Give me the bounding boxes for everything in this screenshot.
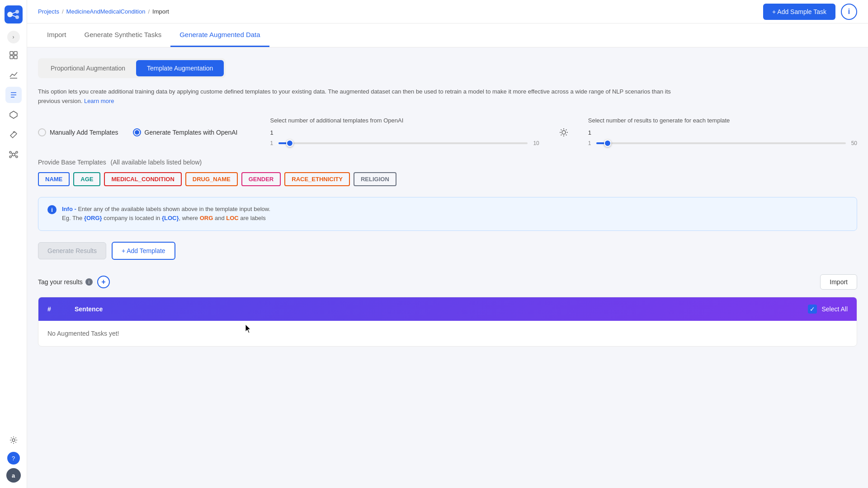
sidebar-item-tools[interactable] [5, 127, 22, 143]
label-religion: RELIGION [354, 172, 396, 186]
radio-manually[interactable]: Manually Add Templates [38, 128, 118, 136]
tab-import[interactable]: Import [38, 23, 75, 47]
nav-tabs: Import Generate Synthetic Tasks Generate… [27, 23, 868, 47]
add-template-button[interactable]: + Add Template [112, 242, 175, 260]
svg-marker-14 [10, 111, 17, 118]
svg-rect-7 [14, 52, 17, 55]
svg-point-20 [16, 156, 18, 158]
svg-point-3 [15, 15, 19, 19]
aug-tab-template[interactable]: Template Augmentation [136, 60, 224, 76]
table-col-num: # [47, 305, 75, 313]
description-text: This option lets you create additional t… [38, 87, 671, 106]
templates-slider-wrapper[interactable] [278, 139, 528, 148]
radio-openai-circle [133, 128, 141, 136]
svg-rect-8 [10, 56, 13, 59]
base-templates-title: Provide Base Templates (All available la… [38, 159, 857, 166]
breadcrumb-projects[interactable]: Projects [38, 8, 59, 15]
tag-results-info-icon: i [85, 278, 93, 286]
gear-icon[interactable] [557, 126, 570, 139]
aug-tabs: Proportional Augmentation Template Augme… [38, 58, 226, 78]
sidebar-toggle[interactable]: › [7, 31, 20, 43]
label-gender: GENDER [241, 172, 281, 186]
no-tasks-message: No Augmented Tasks yet! [47, 330, 848, 337]
results-table: # Sentence ✓ Select All No Augmented Tas… [38, 297, 857, 347]
radio-openai[interactable]: Generate Templates with OpenAI [133, 128, 238, 136]
svg-line-23 [11, 155, 12, 156]
templates-slider-group: Select number of additional templates fr… [270, 117, 539, 148]
sidebar: › [0, 0, 27, 488]
svg-point-18 [16, 151, 18, 153]
svg-point-17 [9, 151, 11, 153]
sidebar-item-network[interactable] [5, 146, 22, 163]
top-header: Projects / MedicineAndMedicalCondition /… [27, 0, 868, 23]
svg-point-25 [12, 439, 15, 441]
svg-rect-9 [14, 56, 17, 59]
page-content: Proportional Augmentation Template Augme… [27, 47, 868, 488]
svg-point-1 [7, 12, 13, 17]
results-slider-value: 1 [588, 129, 857, 136]
learn-more-link[interactable]: Learn more [84, 98, 114, 104]
table-select-all[interactable]: ✓ Select All [808, 305, 848, 314]
breadcrumb: Projects / MedicineAndMedicalCondition /… [38, 8, 169, 15]
svg-line-24 [15, 155, 16, 156]
label-race-ethnicity: RACE_ETHNICITY [284, 172, 350, 186]
svg-point-2 [15, 10, 19, 14]
sidebar-item-dashboard[interactable] [5, 47, 22, 63]
label-medical-condition: MEDICAL_CONDITION [104, 172, 181, 186]
templates-slider-value: 1 [270, 129, 539, 136]
svg-rect-6 [10, 52, 13, 55]
svg-point-26 [562, 131, 566, 134]
breadcrumb-current: Import [152, 8, 169, 15]
tag-results-label: Tag your results i [38, 278, 93, 286]
sidebar-item-settings[interactable] [5, 432, 22, 448]
breadcrumb-project[interactable]: MedicineAndMedicalCondition [66, 8, 146, 15]
label-age: AGE [73, 172, 100, 186]
breadcrumb-sep2: / [148, 8, 150, 15]
info-box: i Info - Enter any of the available labe… [38, 197, 857, 231]
table-col-sentence: Sentence [75, 305, 808, 313]
labels-row: NAME AGE MEDICAL_CONDITION DRUG_NAME GEN… [38, 172, 857, 186]
results-slider-label: Select number of results to generate for… [588, 117, 857, 124]
label-name: NAME [38, 172, 70, 186]
generate-results-button[interactable]: Generate Results [38, 242, 106, 259]
tag-results-row: Tag your results i + Import [38, 274, 857, 290]
info-button[interactable]: i [841, 4, 857, 20]
results-slider-wrapper[interactable] [596, 139, 845, 148]
svg-point-16 [12, 153, 15, 156]
svg-text:i: i [51, 206, 53, 213]
select-all-checkbox[interactable]: ✓ [808, 305, 817, 314]
buttons-row: Generate Results + Add Template [38, 242, 857, 260]
info-icon: i [47, 205, 57, 216]
select-all-label[interactable]: Select All [821, 305, 848, 313]
tab-augmented[interactable]: Generate Augmented Data [170, 23, 269, 47]
sidebar-item-models[interactable] [5, 107, 22, 123]
sliders-container: Select number of additional templates fr… [270, 117, 857, 148]
header-right: + Add Sample Task i [763, 4, 857, 20]
table-header: # Sentence ✓ Select All [38, 297, 857, 321]
sidebar-item-tasks[interactable] [5, 87, 22, 103]
table-body: No Augmented Tasks yet! [38, 321, 857, 346]
app-logo[interactable] [5, 5, 23, 23]
sidebar-item-analytics[interactable] [5, 67, 22, 83]
label-drug-name: DRUG_NAME [185, 172, 238, 186]
user-avatar[interactable]: a [6, 468, 21, 483]
import-button[interactable]: Import [820, 274, 857, 290]
tag-add-button[interactable]: + [97, 276, 110, 288]
breadcrumb-sep1: / [62, 8, 64, 15]
info-text: Info - Enter any of the available labels… [62, 205, 270, 224]
aug-tab-proportional[interactable]: Proportional Augmentation [40, 60, 136, 76]
help-button[interactable]: ? [7, 452, 20, 465]
radio-group: Manually Add Templates Generate Template… [38, 117, 857, 148]
svg-point-19 [9, 156, 11, 158]
svg-line-22 [15, 153, 16, 154]
tab-synthetic[interactable]: Generate Synthetic Tasks [75, 23, 171, 47]
main-content: Projects / MedicineAndMedicalCondition /… [27, 0, 868, 488]
svg-line-21 [11, 153, 12, 154]
results-slider-group: Select number of results to generate for… [588, 117, 857, 148]
radio-manually-circle [38, 128, 46, 136]
templates-slider-label: Select number of additional templates fr… [270, 117, 539, 124]
add-sample-button[interactable]: + Add Sample Task [763, 4, 835, 20]
